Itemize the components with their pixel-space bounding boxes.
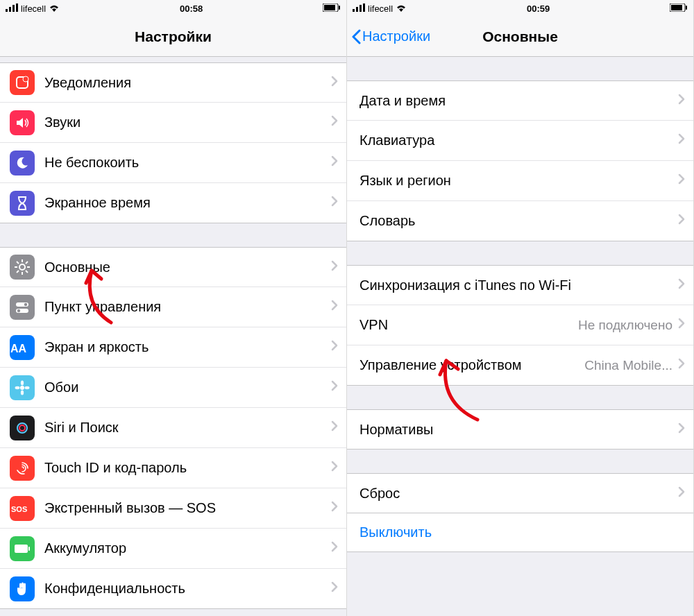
row-dictionary[interactable]: Словарь: [347, 201, 693, 241]
signal-icon: [6, 3, 18, 14]
row-label: Основные: [44, 259, 325, 275]
svg-point-24: [21, 380, 24, 385]
page-title: Настройки: [0, 28, 346, 45]
chevron-right-icon: [678, 318, 685, 332]
svg-point-8: [23, 76, 28, 82]
carrier-label: lifecell: [368, 3, 393, 14]
row-privacy[interactable]: Конфиденциальность: [0, 569, 346, 609]
screen-general: lifecell 00:59 Настройки Основные Дата и…: [347, 0, 694, 616]
row-sounds[interactable]: Звуки: [0, 103, 346, 143]
row-general[interactable]: Основные: [0, 247, 346, 287]
battery-icon: [670, 3, 688, 14]
navbar: Настройки Основные: [347, 17, 693, 57]
svg-rect-6: [339, 6, 340, 10]
svg-line-14: [17, 262, 19, 264]
row-dnd[interactable]: Не беспокоить: [0, 143, 346, 183]
row-screentime[interactable]: Экранное время: [0, 183, 346, 223]
row-label: Touch ID и код-пароль: [44, 460, 325, 476]
wallpaper-icon: [10, 375, 35, 400]
general-list[interactable]: Дата и времяКлавиатураЯзык и регионСлова…: [347, 57, 693, 616]
row-detail: China Mobile...: [584, 358, 672, 373]
svg-rect-32: [15, 545, 28, 553]
signal-icon: [353, 3, 365, 14]
row-label: Конфиденциальность: [44, 581, 325, 597]
svg-line-15: [26, 271, 28, 273]
chevron-right-icon: [331, 340, 338, 354]
row-vpn[interactable]: VPNНе подключено: [347, 305, 693, 345]
chevron-right-icon: [678, 94, 685, 108]
chevron-right-icon: [331, 501, 338, 515]
row-control-center[interactable]: Пункт управления: [0, 287, 346, 327]
row-language[interactable]: Язык и регион: [347, 161, 693, 201]
row-label: VPN: [359, 317, 573, 333]
row-wallpaper[interactable]: Обои: [0, 368, 346, 408]
svg-rect-3: [16, 3, 18, 12]
chevron-right-icon: [678, 278, 685, 293]
chevron-right-icon: [331, 541, 338, 556]
svg-point-23: [20, 386, 24, 390]
row-touchid[interactable]: Touch ID и код-пароль: [0, 448, 346, 488]
svg-line-17: [26, 262, 28, 264]
row-device-mgmt[interactable]: Управление устройствомChina Mobile...: [347, 345, 693, 386]
row-regulatory[interactable]: Нормативы: [347, 409, 693, 450]
svg-rect-37: [363, 3, 365, 12]
clock: 00:59: [527, 3, 550, 14]
row-siri[interactable]: Siri и Поиск: [0, 408, 346, 448]
settings-list[interactable]: УведомленияЗвукиНе беспокоитьЭкранное вр…: [0, 57, 346, 616]
svg-text:SOS: SOS: [11, 505, 27, 513]
screen-settings: lifecell 00:58 Настройки УведомленияЗвук…: [0, 0, 347, 616]
chevron-right-icon: [331, 196, 338, 210]
back-button[interactable]: Настройки: [351, 28, 430, 44]
touchid-icon: [10, 456, 35, 481]
svg-point-21: [17, 309, 20, 311]
notifications-icon: [10, 70, 35, 95]
svg-point-9: [19, 264, 25, 270]
sos-icon: SOS: [10, 496, 35, 521]
row-datetime[interactable]: Дата и время: [347, 80, 693, 121]
row-display[interactable]: AAЭкран и яркость: [0, 327, 346, 368]
row-label: Экран и яркость: [44, 339, 325, 355]
chevron-right-icon: [331, 380, 338, 395]
svg-rect-39: [671, 5, 682, 10]
wifi-icon: [49, 3, 60, 14]
row-reset[interactable]: Сброс: [347, 473, 693, 513]
clock: 00:58: [180, 3, 203, 14]
svg-point-25: [21, 390, 24, 395]
row-detail: Не подключено: [578, 318, 672, 333]
back-label: Настройки: [362, 28, 430, 44]
svg-rect-35: [356, 7, 358, 12]
status-bar: lifecell 00:59: [347, 0, 693, 17]
row-label: Экстренный вызов — SOS: [44, 500, 325, 516]
row-keyboard[interactable]: Клавиатура: [347, 121, 693, 161]
row-label: Синхронизация с iTunes по Wi-Fi: [359, 277, 672, 293]
battery-icon: [323, 3, 341, 14]
row-sos[interactable]: SOSЭкстренный вызов — SOS: [0, 488, 346, 529]
chevron-right-icon: [678, 358, 685, 373]
shutdown-button[interactable]: Выключить: [347, 513, 693, 552]
svg-rect-0: [6, 9, 8, 12]
sounds-icon: [10, 110, 35, 135]
row-itunes-wifi[interactable]: Синхронизация с iTunes по Wi-Fi: [347, 265, 693, 305]
navbar: Настройки: [0, 17, 346, 57]
carrier-label: lifecell: [21, 3, 46, 14]
row-label: Словарь: [359, 213, 672, 229]
svg-point-27: [25, 386, 30, 388]
control-center-icon: [10, 295, 35, 320]
svg-point-19: [24, 302, 27, 305]
chevron-right-icon: [331, 461, 338, 475]
dnd-icon: [10, 151, 35, 176]
row-label: Дата и время: [359, 93, 672, 109]
chevron-right-icon: [678, 214, 685, 228]
chevron-right-icon: [331, 115, 338, 130]
row-label: Звуки: [44, 114, 325, 130]
screentime-icon: [10, 191, 35, 216]
chevron-right-icon: [331, 420, 338, 435]
svg-rect-5: [324, 5, 335, 10]
chevron-right-icon: [678, 422, 685, 437]
row-battery[interactable]: Аккумулятор: [0, 529, 346, 569]
row-label: Нормативы: [359, 422, 672, 438]
row-label: Управление устройством: [359, 357, 579, 373]
row-notifications[interactable]: Уведомления: [0, 62, 346, 103]
svg-line-16: [17, 271, 19, 273]
siri-icon: [10, 416, 35, 440]
